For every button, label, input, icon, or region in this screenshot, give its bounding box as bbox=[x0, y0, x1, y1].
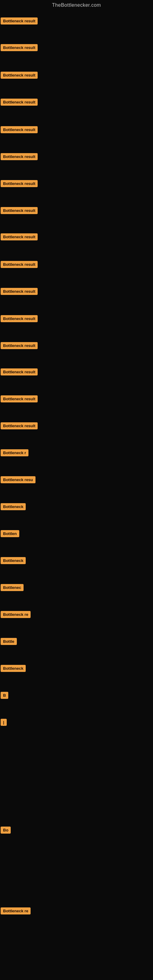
bottleneck-badge: Bottleneck r bbox=[1, 449, 29, 456]
bottleneck-badge: Bottle bbox=[1, 638, 17, 645]
list-item: Bottleneck bbox=[1, 557, 26, 565]
bottleneck-badge: | bbox=[1, 719, 7, 726]
list-item: Bottleneck result bbox=[1, 422, 38, 431]
bottleneck-badge: Bottleneck result bbox=[1, 288, 38, 295]
list-item: Bottlenec bbox=[1, 584, 24, 592]
bottleneck-badge: Bottleneck result bbox=[1, 233, 38, 240]
bottleneck-badge: Bottleneck result bbox=[1, 395, 38, 402]
list-item: | bbox=[1, 719, 7, 727]
site-title: TheBottlenecker.com bbox=[0, 0, 153, 12]
list-item: Bottleneck result bbox=[1, 44, 38, 52]
list-item: Bottleneck result bbox=[1, 261, 38, 269]
list-item: Bottleneck result bbox=[1, 72, 38, 80]
list-item: Bottleneck re bbox=[1, 611, 30, 619]
bottleneck-badge: Bottleneck result bbox=[1, 261, 38, 268]
list-item: B bbox=[1, 692, 8, 700]
bottleneck-badge: Bottleneck result bbox=[1, 422, 38, 430]
list-item: Bottleneck result bbox=[1, 18, 38, 26]
list-item: Bo bbox=[1, 827, 11, 835]
bottleneck-badge: Bottleneck resu bbox=[1, 476, 35, 483]
bottleneck-badge: Bottleneck re bbox=[1, 907, 30, 915]
list-item: Bottleneck result bbox=[1, 233, 38, 242]
bottleneck-badge: Bottleneck bbox=[1, 503, 26, 510]
bottleneck-badge: Bottleneck result bbox=[1, 18, 38, 24]
list-item: Bottleneck result bbox=[1, 368, 38, 377]
list-item: Bottleneck result bbox=[1, 395, 38, 404]
bottleneck-badge: Bottleneck bbox=[1, 557, 26, 564]
bottleneck-badge: Bottleneck result bbox=[1, 44, 38, 51]
list-item: Bottleneck result bbox=[1, 288, 38, 296]
list-item: Bottleneck bbox=[1, 503, 26, 511]
bottleneck-badge: Bottleneck re bbox=[1, 611, 30, 618]
bottleneck-badge: Bottleneck result bbox=[1, 72, 38, 79]
list-item: Bottleneck re bbox=[1, 907, 30, 916]
bottleneck-badge: Bottleneck result bbox=[1, 315, 38, 322]
bottleneck-badge: Bottleneck result bbox=[1, 126, 38, 133]
bottleneck-badge: B bbox=[1, 692, 8, 699]
list-item: Bottleneck result bbox=[1, 153, 38, 161]
bottleneck-badge: Bottleneck result bbox=[1, 368, 38, 375]
list-item: Bottleneck result bbox=[1, 99, 38, 107]
bottleneck-badge: Bottlenec bbox=[1, 584, 24, 591]
bottleneck-badge: Bottleneck result bbox=[1, 99, 38, 106]
list-item: Bottleneck result bbox=[1, 207, 38, 215]
list-item: Bottleneck bbox=[1, 665, 26, 673]
list-item: Bottleneck result bbox=[1, 342, 38, 350]
list-item: Bottleneck result bbox=[1, 315, 38, 323]
list-item: Bottleneck r bbox=[1, 449, 29, 458]
bottleneck-badge: Bottleneck result bbox=[1, 342, 38, 349]
bottleneck-badge: Bottleneck result bbox=[1, 180, 38, 187]
list-item: Bottle bbox=[1, 638, 17, 646]
list-item: Bottleneck resu bbox=[1, 476, 35, 485]
bottleneck-badge: Bottleneck bbox=[1, 665, 26, 672]
list-item: Bottleneck result bbox=[1, 180, 38, 188]
list-item: Bottlen bbox=[1, 530, 19, 538]
bottleneck-badge: Bottleneck result bbox=[1, 153, 38, 160]
bottleneck-badge: Bottleneck result bbox=[1, 207, 38, 214]
bottleneck-badge: Bo bbox=[1, 827, 11, 834]
bottleneck-badge: Bottlen bbox=[1, 530, 19, 537]
list-item: Bottleneck result bbox=[1, 126, 38, 134]
